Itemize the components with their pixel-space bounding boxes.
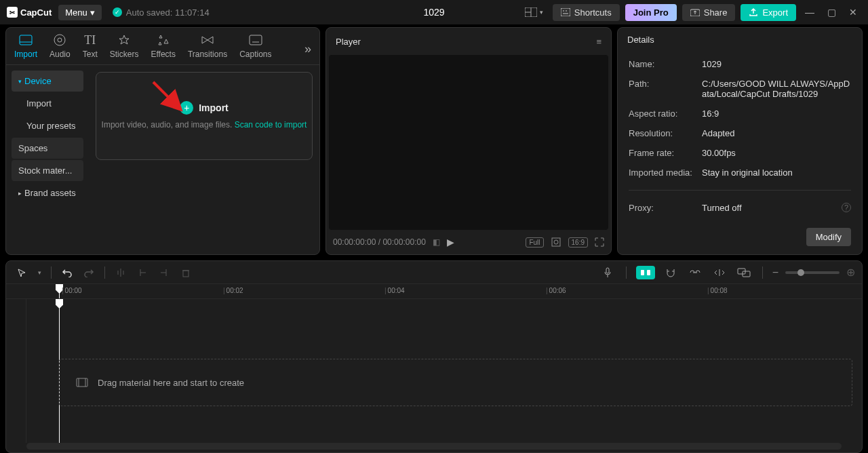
tab-effects-label: Effects [151,50,175,59]
sidebar-item-device[interactable]: ▾Device [12,71,83,92]
media-panel: Import Audio TI Text Stickers Effects Tr… [5,27,320,255]
share-button[interactable]: Share [682,4,736,21]
sidebar-item-brand[interactable]: ▸Brand assets [12,182,83,203]
autosave-text: Auto saved: 11:07:14 [126,7,210,18]
svg-point-16 [554,240,558,244]
zoom-out-button[interactable]: − [772,267,778,279]
player-menu-icon[interactable]: ≡ [596,37,601,47]
zoom-in-button[interactable]: ⊕ [846,266,855,279]
select-dropdown[interactable]: ▾ [35,264,44,281]
zoom-slider-thumb[interactable] [797,269,804,276]
split-tool[interactable] [112,264,130,281]
player-header: Player ≡ [326,28,611,55]
compare-icon[interactable]: ◧ [433,237,440,247]
app-name: CapCut [20,7,52,18]
close-button[interactable]: ✕ [845,4,861,20]
audio-icon [53,33,66,47]
media-label: Imported media: [629,168,702,178]
caret-right-icon: ▸ [18,190,22,197]
mic-button[interactable] [599,264,616,281]
trim-right-tool[interactable] [155,264,173,281]
effects-icon [157,33,170,47]
track-button[interactable] [735,264,753,281]
player-viewport[interactable] [329,55,608,230]
tab-audio[interactable]: Audio [50,33,71,64]
details-title: Details [627,35,654,45]
scan-code-link[interactable]: Scan code to import [235,120,307,130]
tab-captions[interactable]: Captions [239,33,271,64]
redo-button[interactable] [80,264,98,281]
play-button[interactable]: ▶ [447,237,454,248]
tabs-more-button[interactable]: » [304,42,311,56]
player-title: Player [336,37,361,47]
undo-button[interactable] [58,264,76,281]
zoom-slider[interactable] [785,271,840,274]
full-button[interactable]: Full [526,237,543,248]
tab-import-label: Import [14,50,37,59]
tab-import[interactable]: Import [14,33,37,64]
timeline-tracks[interactable]: Drag material here and start to create [6,299,862,443]
info-icon[interactable]: ? [842,203,851,212]
sidebar-item-presets[interactable]: Your presets [12,115,83,136]
tab-effects[interactable]: Effects [151,33,175,64]
tab-transitions[interactable]: Transitions [188,33,227,64]
path-value: C:/Users/GOOD WILL ALWAYS/AppData/Local/… [702,79,851,99]
select-tool[interactable] [13,264,31,281]
snap-toggle[interactable] [636,266,655,279]
import-icon [19,33,33,47]
minimize-button[interactable]: — [802,4,818,20]
title-bar: ✂ CapCut Menu ▾ ✓ Auto saved: 11:07:14 1… [0,0,868,24]
ruler-mark: 00:04 [384,287,405,294]
name-label: Name: [629,59,702,69]
svg-point-11 [58,38,62,42]
link-button[interactable] [686,264,704,281]
modify-button[interactable]: Modify [806,228,851,246]
text-icon: TI [83,33,97,47]
trim-left-tool[interactable] [134,264,151,281]
tab-text[interactable]: TI Text [83,33,98,64]
details-header: Details [618,28,862,51]
timeline-drop-hint[interactable]: Drag material here and start to create [59,359,852,406]
separator [762,267,763,279]
maximize-button[interactable]: ▢ [823,4,840,20]
import-dropzone[interactable]: + Import Import video, audio, and image … [96,72,313,160]
fps-label: Frame rate: [629,148,702,158]
join-pro-label: Join Pro [633,7,669,18]
delete-tool[interactable] [177,264,195,281]
fullscreen-icon[interactable] [595,237,604,247]
main-row: Import Audio TI Text Stickers Effects Tr… [0,24,868,255]
join-pro-button[interactable]: Join Pro [625,4,677,21]
svg-rect-26 [606,268,609,273]
proxy-value: Turned off [702,203,842,213]
sidebar-item-spaces[interactable]: Spaces [12,138,83,159]
crop-icon[interactable] [551,237,561,248]
resolution-value: Adapted [702,128,851,138]
menu-button[interactable]: Menu ▾ [58,5,102,20]
import-title: Import [199,102,229,113]
magnet-button[interactable] [662,264,679,281]
timeline-ruler[interactable]: 00:00 00:02 00:04 00:06 00:08 [6,284,862,299]
sidebar-item-import[interactable]: Import [12,93,83,114]
export-button[interactable]: Export [741,4,796,21]
time-display: 00:00:00:00 / 00:00:00:00 [333,237,426,247]
shortcuts-button[interactable]: Shortcuts [553,4,620,21]
layout-button[interactable]: ▾ [521,5,547,20]
detail-row-media: Imported media:Stay in original location [629,168,851,178]
fps-value: 30.00fps [702,148,851,158]
keyboard-icon [561,8,570,16]
ratio-button[interactable]: 16:9 [568,237,588,248]
menu-label: Menu [65,7,87,18]
tab-stickers[interactable]: Stickers [110,33,139,64]
player-controls: 00:00:00:00 / 00:00:00:00 ◧ ▶ Full 16:9 [326,230,611,254]
preview-button[interactable] [711,264,728,281]
check-icon: ✓ [113,7,122,17]
playhead[interactable] [59,284,60,298]
timeline-scrollbar[interactable] [26,443,842,450]
name-value: 1029 [702,59,851,69]
share-icon [690,8,700,16]
svg-line-14 [153,82,179,108]
svg-rect-3 [561,8,570,16]
import-hint-text: Import video, audio, and image files. [102,120,235,130]
topbar-right: ▾ Shortcuts Join Pro Share Export — ▢ ✕ [521,4,861,21]
sidebar-item-stock[interactable]: Stock mater... [12,160,83,181]
